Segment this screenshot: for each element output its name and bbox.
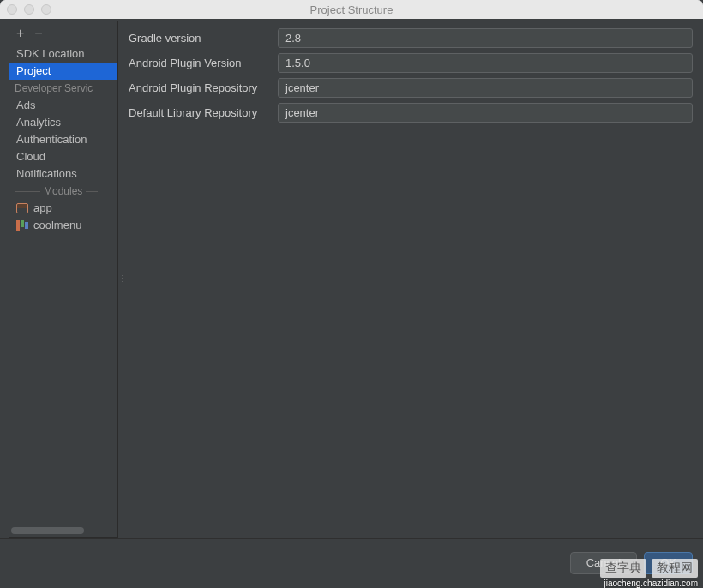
sidebar-item-label: Notifications	[16, 167, 77, 180]
label-android-plugin-version: Android Plugin Version	[127, 57, 278, 69]
close-window-icon[interactable]	[7, 4, 17, 15]
sidebar-horizontal-scrollbar[interactable]	[11, 527, 116, 536]
minimize-window-icon[interactable]	[24, 4, 34, 15]
sidebar-item-cloud[interactable]: Cloud	[9, 148, 117, 165]
sidebar-module-app[interactable]: app	[9, 200, 117, 217]
cancel-button[interactable]: Cancel	[570, 552, 637, 574]
module-icon	[16, 203, 28, 213]
content-panel: Gradle version Android Plugin Version An…	[123, 19, 703, 538]
sidebar-section-developer-services: Developer Servic	[9, 80, 117, 97]
module-icon	[16, 220, 28, 231]
sidebar-toolbar: + −	[9, 21, 117, 45]
scrollbar-thumb[interactable]	[11, 527, 84, 534]
titlebar: Project Structure	[0, 0, 703, 19]
sidebar-item-authentication[interactable]: Authentication	[9, 131, 117, 148]
sidebar-item-label: SDK Location	[16, 47, 85, 60]
sidebar-item-ads[interactable]: Ads	[9, 97, 117, 114]
window-controls	[7, 4, 51, 15]
sidebar: + − SDK Location Project Developer Servi…	[9, 21, 118, 538]
window-title: Project Structure	[0, 3, 703, 16]
ok-button[interactable]: OK	[644, 552, 693, 574]
input-android-plugin-repository[interactable]	[278, 78, 693, 98]
sidebar-section-modules: Modules	[9, 183, 117, 200]
module-label: app	[33, 200, 52, 217]
button-bar: Cancel OK	[0, 538, 703, 586]
input-gradle-version[interactable]	[278, 28, 693, 48]
sidebar-item-label: Project	[16, 64, 51, 77]
sidebar-item-label: Cloud	[16, 150, 45, 163]
label-default-library-repository: Default Library Repository	[127, 106, 278, 119]
sidebar-item-project[interactable]: Project	[9, 63, 117, 80]
remove-icon[interactable]: −	[34, 27, 42, 40]
sidebar-item-sdk-location[interactable]: SDK Location	[9, 45, 117, 63]
sidebar-item-label: Authentication	[16, 133, 87, 146]
sidebar-module-coolmenu[interactable]: coolmenu	[9, 217, 117, 234]
zoom-window-icon[interactable]	[41, 4, 51, 15]
watermark-url: jiaocheng.chazidian.com	[604, 579, 698, 588]
sidebar-item-analytics[interactable]: Analytics	[9, 114, 117, 131]
sidebar-item-notifications[interactable]: Notifications	[9, 165, 117, 183]
input-default-library-repository[interactable]	[278, 103, 693, 123]
label-gradle-version: Gradle version	[127, 32, 278, 45]
sidebar-item-label: Ads	[16, 99, 35, 111]
label-android-plugin-repository: Android Plugin Repository	[127, 81, 278, 94]
sidebar-item-label: Analytics	[16, 116, 61, 129]
add-icon[interactable]: +	[16, 27, 24, 40]
module-label: coolmenu	[33, 217, 81, 234]
input-android-plugin-version[interactable]	[278, 53, 693, 73]
